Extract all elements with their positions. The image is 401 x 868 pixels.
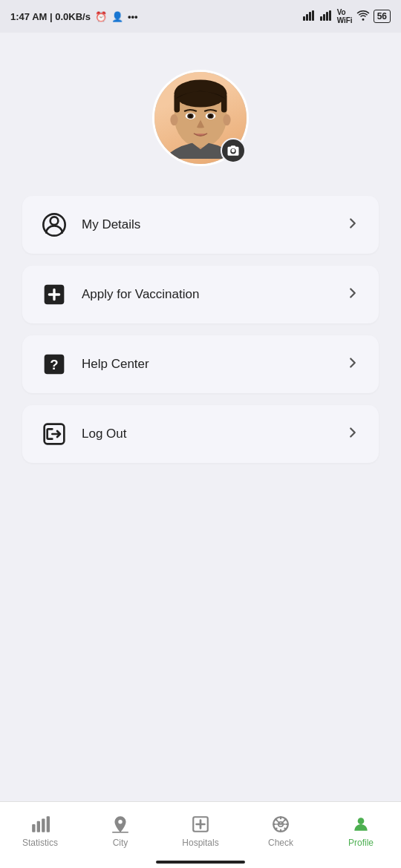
svg-rect-7	[329, 10, 331, 21]
chevron-right-icon-3	[345, 355, 361, 375]
logout-icon	[40, 420, 68, 448]
status-right: VoWiFi 56	[303, 8, 391, 24]
svg-rect-4	[320, 16, 322, 21]
nav-item-statistics[interactable]: Statistics	[0, 815, 80, 848]
home-indicator	[156, 861, 245, 864]
svg-rect-3	[312, 10, 314, 21]
person-icon	[40, 211, 68, 239]
svg-rect-1	[306, 14, 308, 21]
svg-text:?: ?	[50, 357, 58, 372]
nav-item-profile[interactable]: Profile	[321, 815, 401, 848]
menu-item-vaccination[interactable]: Apply for Vaccination	[22, 266, 379, 323]
vowifi-icon: VoWiFi	[337, 8, 353, 24]
status-bar: 1:47 AM | 0.0KB/s ⏰ 👤 ••• VoWiFi	[0, 0, 401, 33]
chevron-right-icon-4	[345, 424, 361, 444]
svg-rect-12	[221, 93, 227, 112]
svg-rect-11	[174, 93, 180, 112]
nav-profile-label: Profile	[348, 838, 374, 848]
svg-rect-30	[47, 816, 50, 832]
menu-item-help[interactable]: ? Help Center	[22, 335, 379, 393]
help-icon: ?	[40, 350, 68, 378]
svg-rect-0	[303, 16, 305, 21]
nav-item-city[interactable]: City	[80, 815, 160, 848]
menu-item-logout[interactable]: Log Out	[22, 405, 379, 463]
help-label: Help Center	[82, 357, 149, 372]
dots-icon: •••	[128, 11, 138, 22]
svg-rect-29	[42, 818, 45, 832]
svg-point-10	[174, 79, 226, 107]
nav-item-check[interactable]: Check	[241, 815, 321, 848]
logout-label: Log Out	[82, 427, 127, 441]
vaccination-label: Apply for Vaccination	[82, 287, 199, 302]
medical-icon	[40, 280, 68, 309]
chevron-right-icon-2	[345, 285, 361, 305]
my-details-label: My Details	[82, 217, 140, 232]
svg-rect-5	[323, 14, 325, 21]
camera-button[interactable]	[221, 138, 246, 163]
svg-rect-6	[326, 12, 328, 21]
alarm-icon: ⏰	[95, 11, 107, 22]
svg-rect-27	[32, 824, 35, 832]
svg-rect-28	[37, 821, 40, 832]
svg-point-21	[50, 217, 59, 225]
nav-city-label: City	[113, 838, 128, 848]
nav-check-label: Check	[268, 838, 293, 848]
status-left: 1:47 AM | 0.0KB/s ⏰ 👤 •••	[10, 11, 138, 22]
nav-hospitals-label: Hospitals	[182, 838, 218, 848]
sim-icon: 👤	[111, 11, 123, 22]
menu-list: My Details Apply for Vaccination	[22, 196, 379, 463]
chevron-right-icon	[345, 215, 361, 235]
wifi-icon	[356, 10, 370, 23]
svg-rect-2	[309, 12, 311, 21]
main-content: My Details Apply for Vaccination	[0, 33, 401, 801]
svg-point-34	[358, 818, 365, 824]
svg-point-18	[209, 114, 212, 118]
nav-statistics-label: Statistics	[22, 838, 58, 848]
svg-point-17	[189, 114, 192, 118]
menu-item-my-details[interactable]: My Details	[22, 196, 379, 254]
svg-point-20	[223, 114, 230, 125]
time-display: 1:47 AM | 0.0KB/s	[10, 11, 91, 22]
signal2-icon	[320, 10, 333, 23]
battery-icon: 56	[374, 10, 391, 23]
nav-item-hospitals[interactable]: Hospitals	[160, 815, 241, 848]
avatar-container	[152, 70, 249, 166]
bottom-nav: Statistics City Hospitals Check	[0, 801, 401, 868]
signal-icon	[303, 10, 316, 23]
svg-point-19	[170, 114, 177, 125]
